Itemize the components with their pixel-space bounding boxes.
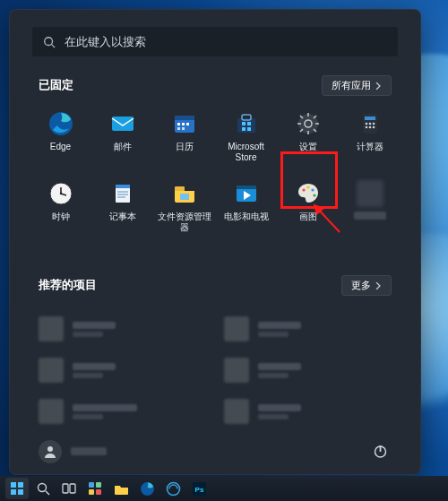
svg-point-29	[365, 123, 367, 125]
svg-rect-63	[63, 484, 68, 493]
taskbar-search-button[interactable]	[31, 478, 55, 499]
svg-rect-7	[182, 123, 185, 125]
svg-point-30	[368, 123, 371, 125]
app-paint[interactable]: 画图	[279, 175, 337, 241]
search-icon	[43, 36, 56, 48]
all-apps-button[interactable]: 所有应用	[322, 75, 392, 96]
search-placeholder: 在此键入以搜索	[65, 34, 146, 50]
app-label: 画图	[299, 212, 317, 222]
user-account-button[interactable]	[39, 440, 107, 463]
svg-rect-41	[116, 185, 130, 188]
user-name	[71, 447, 107, 455]
app-edge[interactable]: Edge	[31, 105, 90, 171]
chevron-right-icon	[375, 82, 382, 90]
svg-rect-48	[237, 186, 256, 189]
app-calculator[interactable]: 计算器	[340, 105, 399, 171]
recommended-item[interactable]	[39, 312, 206, 346]
app-label: Edge	[50, 142, 71, 152]
svg-rect-15	[242, 127, 246, 131]
svg-point-69	[141, 482, 154, 496]
search-box[interactable]: 在此键入以搜索	[31, 26, 399, 57]
svg-rect-66	[96, 482, 101, 488]
app-label	[354, 212, 386, 220]
recommended-item[interactable]	[224, 394, 392, 428]
taskbar-app-button[interactable]	[161, 478, 185, 499]
swirl-icon	[166, 481, 181, 497]
svg-point-0	[45, 37, 53, 45]
app-label: 设置	[299, 142, 317, 152]
svg-point-49	[302, 189, 305, 192]
app-label: 记事本	[109, 212, 136, 222]
power-button[interactable]	[368, 440, 392, 463]
svg-point-39	[59, 193, 61, 194]
recommended-item[interactable]	[39, 353, 206, 387]
app-file-explorer[interactable]: 文件资源管理器	[155, 175, 213, 241]
folder-icon	[114, 481, 129, 497]
svg-rect-67	[89, 489, 94, 495]
app-label: 邮件	[114, 142, 132, 152]
edge-icon	[140, 481, 155, 497]
svg-rect-58	[18, 482, 23, 488]
app-label: 计算器	[357, 142, 383, 152]
svg-rect-9	[177, 127, 180, 130]
svg-rect-65	[89, 482, 94, 488]
taskbar-taskview-button[interactable]	[57, 478, 81, 499]
svg-rect-3	[112, 117, 134, 131]
recommended-list	[31, 312, 399, 428]
svg-rect-8	[186, 123, 189, 125]
svg-rect-28	[365, 117, 375, 120]
app-label: 时钟	[52, 212, 70, 222]
app-label: 日历	[176, 142, 194, 152]
svg-point-61	[38, 483, 46, 491]
svg-line-1	[52, 44, 56, 48]
svg-rect-10	[182, 127, 185, 130]
svg-rect-64	[70, 484, 75, 493]
recommended-item[interactable]	[39, 394, 206, 428]
search-icon	[37, 482, 50, 496]
taskbar-widgets-button[interactable]	[83, 478, 107, 499]
app-notepad[interactable]: 记事本	[93, 175, 151, 241]
avatar-icon	[39, 440, 62, 463]
power-icon	[373, 444, 388, 459]
recommended-item[interactable]	[224, 353, 392, 387]
app-label: 文件资源管理器	[156, 212, 213, 232]
svg-rect-16	[247, 127, 251, 131]
svg-rect-13	[242, 122, 246, 125]
app-label: 电影和电视	[224, 212, 269, 222]
svg-point-54	[47, 446, 53, 452]
svg-point-31	[372, 123, 375, 125]
taskbar: Ps	[0, 476, 448, 501]
svg-point-50	[306, 186, 309, 189]
photoshop-icon: Ps	[192, 481, 207, 497]
taskbar-start-button[interactable]	[5, 478, 29, 499]
svg-rect-60	[18, 489, 23, 495]
taskbar-photoshop-button[interactable]: Ps	[187, 478, 211, 499]
app-store[interactable]: Microsoft Store	[217, 105, 275, 171]
taskbar-edge-button[interactable]	[135, 478, 159, 499]
recommended-item[interactable]	[224, 312, 392, 346]
taskbar-explorer-button[interactable]	[109, 478, 133, 499]
svg-point-32	[365, 126, 367, 129]
svg-rect-45	[175, 186, 185, 191]
svg-rect-57	[11, 482, 16, 488]
recommended-title: 推荐的项目	[39, 278, 97, 293]
svg-rect-14	[247, 122, 251, 125]
svg-point-52	[313, 194, 315, 197]
app-label: Microsoft Store	[218, 142, 275, 162]
app-clock[interactable]: 时钟	[31, 175, 90, 241]
svg-rect-5	[175, 116, 194, 120]
app-censored[interactable]	[340, 175, 399, 241]
svg-point-33	[368, 126, 371, 129]
svg-point-51	[311, 189, 314, 192]
svg-rect-46	[180, 194, 189, 200]
start-menu: 在此键入以搜索 已固定 所有应用 Edge 邮件 日历 Microsoft St…	[9, 9, 421, 475]
chevron-right-icon	[375, 282, 382, 289]
widgets-icon	[88, 481, 102, 496]
app-settings[interactable]: 设置	[279, 105, 337, 171]
svg-rect-59	[11, 489, 16, 495]
app-movies-tv[interactable]: 电影和电视	[217, 175, 275, 241]
more-button[interactable]: 更多	[341, 275, 392, 296]
app-calendar[interactable]: 日历	[155, 105, 213, 171]
app-mail[interactable]: 邮件	[93, 105, 151, 171]
start-footer	[31, 428, 399, 474]
